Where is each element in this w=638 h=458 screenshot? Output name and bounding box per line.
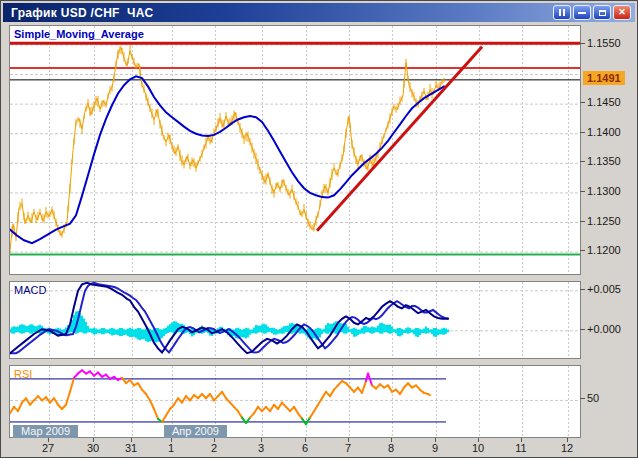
minimize-button[interactable] [573, 5, 591, 20]
chart-window: График USD /CHF ЧАС ✕ Simple_Moving_Aver… [0, 0, 638, 458]
month-label: Мар 2009 [13, 425, 78, 438]
price-axis-label: 1.1250 [587, 215, 621, 227]
macd-axis-label: +0.005 [587, 283, 621, 295]
day-label: 27 [35, 442, 61, 454]
price-chart-canvas[interactable] [10, 26, 580, 274]
macd-canvas[interactable] [10, 282, 580, 358]
day-label: 10 [465, 442, 491, 454]
price-axis-label: 1.1450 [587, 96, 621, 108]
day-label: 6 [292, 442, 318, 454]
sma-label: Simple_Moving_Average [14, 28, 144, 40]
close-icon: ✕ [618, 8, 626, 17]
day-label: 2 [201, 442, 227, 454]
close-button[interactable]: ✕ [613, 5, 631, 20]
rsi-panel[interactable] [9, 365, 581, 438]
maximize-icon [599, 10, 606, 16]
day-label: 11 [508, 442, 534, 454]
rsi-axis-label: 50 [587, 392, 599, 404]
current-price-label: 1.1491 [583, 71, 625, 85]
day-label: 1 [158, 442, 184, 454]
day-label: 31 [118, 442, 144, 454]
window-title: График USD /CHF ЧАС [3, 6, 153, 20]
price-chart-panel[interactable] [9, 25, 581, 275]
rsi-label: RSI [14, 368, 32, 380]
price-axis-label: 1.1300 [587, 185, 621, 197]
day-label: 12 [554, 442, 580, 454]
month-label: Апр 2009 [164, 425, 227, 438]
price-axis-label: 1.1200 [587, 244, 621, 256]
macd-label: MACD [14, 284, 46, 296]
price-axis-label: 1.1350 [587, 155, 621, 167]
day-label: 9 [422, 442, 448, 454]
day-label: 8 [378, 442, 404, 454]
rsi-canvas[interactable] [10, 366, 580, 437]
pause-button[interactable] [553, 5, 571, 20]
price-axis-label: 1.1550 [587, 37, 621, 49]
minimize-icon [578, 12, 586, 14]
day-label: 7 [335, 442, 361, 454]
day-label: 3 [248, 442, 274, 454]
window-controls: ✕ [553, 5, 631, 20]
macd-axis-label: +0.000 [587, 323, 621, 335]
pause-icon [559, 9, 561, 16]
titlebar[interactable]: График USD /CHF ЧАС ✕ [3, 3, 635, 22]
day-label: 30 [80, 442, 106, 454]
price-axis-label: 1.1400 [587, 126, 621, 138]
macd-panel[interactable] [9, 281, 581, 359]
maximize-button[interactable] [593, 5, 611, 20]
